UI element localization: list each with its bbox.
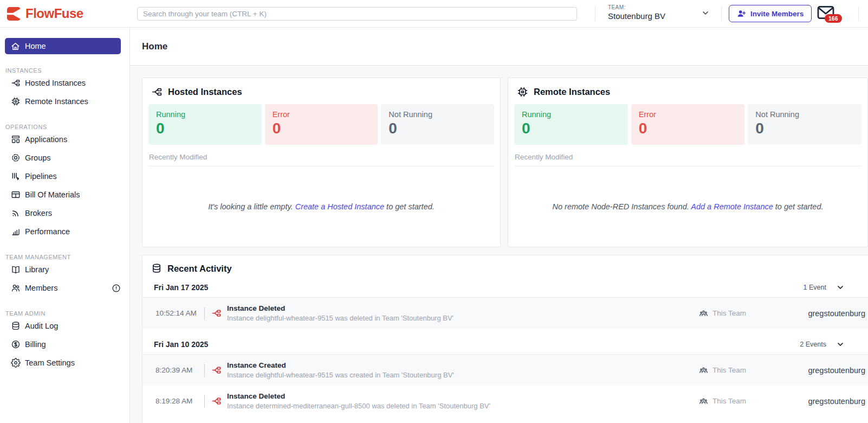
stat-label: Running [156,110,254,119]
topbar-divider [595,7,595,21]
chevron-down-icon[interactable] [836,283,845,292]
sidebar-item-label: Remote Instances [25,97,88,106]
sidebar-item-hosted-instances[interactable]: Hosted Instances [0,74,129,92]
stat-value: 0 [273,120,371,137]
top-bar: FlowFuse TEAM: Stoutenburg BV Invite Mem… [0,0,868,28]
chevron-down-icon[interactable] [701,9,710,17]
hosted-instances-icon [151,86,163,98]
sidebar-item-library[interactable]: Library [0,260,129,279]
sidebar-item-home[interactable]: Home [5,38,121,54]
stat-value: 0 [156,120,254,137]
hosted-instance-event-icon [211,365,222,375]
stat-value: 0 [639,120,737,137]
page-title: Home [142,41,167,52]
recently-modified-label: Recently Modified [515,153,861,166]
event-count: 2 Events [800,341,826,348]
sidebar-section-team-management: TEAM MANAGEMENT [5,254,129,260]
team-people-icon [699,366,708,375]
search-input[interactable] [137,7,577,21]
sidebar-item-bill-of-materials[interactable]: Bill Of Materials [0,185,129,204]
team-people-icon [699,309,708,318]
event-description: Instance delightful-wheatear-9515 was de… [227,314,454,322]
sidebar-item-label: Brokers [25,209,52,217]
hosted-instances-icon [11,78,21,88]
stat-value: 0 [755,120,854,137]
members-icon [11,283,21,293]
applications-icon [11,134,21,144]
sidebar-item-team-settings[interactable]: Team Settings [0,354,129,372]
sidebar-item-label: Hosted Instances [25,79,86,87]
main-body: Hosted Instances Running 0 Error 0 Not R… [130,66,868,423]
card-title: Hosted Instances [168,87,242,97]
card-title: Recent Activity [167,264,232,274]
activity-date: Fri Jan 17 2025 [154,283,208,292]
sidebar-item-performance[interactable]: Performance [0,222,129,241]
remote-instances-card: Remote Instances Running 0 Error 0 Not R… [508,78,868,247]
sidebar-item-label: Groups [25,153,51,162]
flowfuse-logo[interactable]: FlowFuse [7,6,83,21]
sidebar: Home INSTANCES Hosted Instances Remote I… [0,28,130,423]
activity-group-header: Fri Jan 10 2025 2 Events [142,329,868,354]
flowfuse-logo-icon [7,7,21,21]
brokers-icon [11,208,21,218]
stat-value: 0 [522,120,620,137]
sidebar-item-label: Bill Of Materials [25,190,80,199]
sidebar-item-label: Members [25,284,57,292]
stat-label: Not Running [388,110,487,119]
notification-count-badge: 166 [825,14,842,23]
user-plus-icon [737,9,746,18]
sidebar-item-label: Audit Log [25,322,58,330]
event-scope: This Team [712,366,746,374]
divider [204,395,205,408]
chevron-down-icon[interactable] [836,340,845,349]
team-settings-icon [11,358,21,368]
sidebar-item-billing[interactable]: Billing [0,335,129,354]
invite-members-button[interactable]: Invite Members [729,5,812,22]
sidebar-item-label: Billing [25,340,46,349]
create-hosted-instance-link[interactable]: Create a Hosted Instance [295,202,384,211]
performance-icon [11,227,21,236]
stat-tile-error: Error 0 [631,104,745,145]
sidebar-item-remote-instances[interactable]: Remote Instances [0,92,129,111]
sidebar-item-pipelines[interactable]: Pipelines [0,167,129,185]
page-header: Home [130,28,868,66]
sidebar-item-brokers[interactable]: Brokers [0,204,129,222]
sidebar-item-applications[interactable]: Applications [0,130,129,149]
stat-label: Error [273,110,371,119]
event-time: 8:19:28 AM [156,397,200,405]
team-selector[interactable]: TEAM: Stoutenburg BV [608,4,665,21]
brand-name: FlowFuse [25,6,83,21]
event-description: Instance determined-mediterranean-gull-8… [227,402,490,410]
event-scope: This Team [712,309,746,317]
add-remote-instance-link[interactable]: Add a Remote Instance [691,202,773,211]
event-time: 10:52:14 AM [156,309,200,317]
billing-icon [11,339,21,349]
event-count: 1 Event [804,284,826,291]
activity-row[interactable]: 10:52:14 AM Instance Deleted Instance de… [142,298,868,329]
activity-row[interactable]: 8:20:39 AM Instance Created Instance del… [142,355,868,386]
divider [204,307,205,320]
hosted-instances-card: Hosted Instances Running 0 Error 0 Not R… [142,78,501,247]
hosted-instance-event-icon [211,308,222,318]
topbar-divider [858,7,859,21]
sidebar-item-audit-log[interactable]: Audit Log [0,317,129,335]
home-icon [11,42,20,51]
remote-instances-icon [11,97,21,106]
notifications-mail-icon[interactable]: 166 [817,5,839,24]
team-people-icon [699,396,708,406]
sidebar-item-groups[interactable]: Groups [0,149,129,167]
activity-row[interactable]: 8:19:28 AM Instance Deleted Instance det… [142,386,868,416]
event-user: gregstoutenburg [773,366,865,375]
event-title: Instance Deleted [227,392,490,400]
event-user: gregstoutenburg [773,309,865,318]
activity-group-header: Fri Jan 17 2025 1 Event [142,279,868,297]
sidebar-section-operations: OPERATIONS [5,124,129,130]
recent-activity-card: Recent Activity Fri Jan 17 2025 1 Event … [142,255,868,423]
stat-label: Not Running [755,110,854,119]
event-title: Instance Created [227,361,454,369]
stat-value: 0 [388,120,487,137]
sidebar-item-label: Library [25,265,49,274]
sidebar-item-members[interactable]: Members [0,279,129,297]
bill-of-materials-icon [11,190,21,200]
hosted-instance-event-icon [211,396,222,406]
